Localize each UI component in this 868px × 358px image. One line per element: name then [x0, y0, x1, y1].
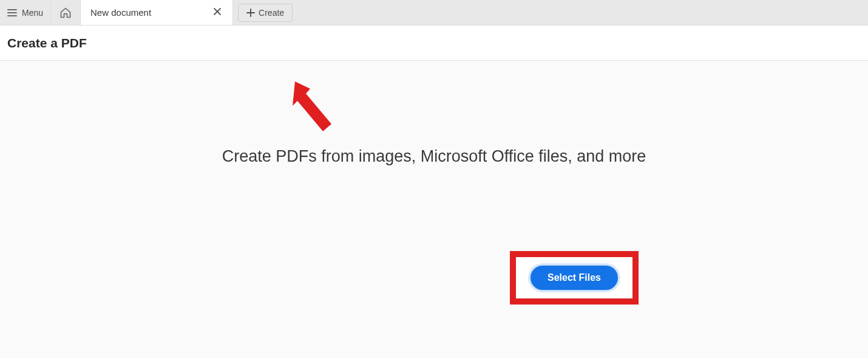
hero-text: Create PDFs from images, Microsoft Offic… — [0, 147, 868, 166]
home-icon — [59, 7, 72, 19]
menu-button[interactable]: Menu — [0, 0, 51, 25]
home-button[interactable] — [51, 0, 81, 25]
tab-label: New document — [90, 7, 151, 18]
close-icon[interactable] — [212, 5, 223, 20]
top-bar: Menu New document Create — [0, 0, 868, 26]
sub-header: Create a PDF — [0, 26, 868, 61]
menu-label: Menu — [22, 8, 43, 18]
plus-icon — [246, 9, 255, 17]
create-button[interactable]: Create — [238, 4, 293, 22]
svg-marker-4 — [293, 81, 331, 131]
select-files-button[interactable]: Select Files — [529, 264, 619, 291]
tab-new-document[interactable]: New document — [81, 0, 233, 25]
content-area: Create PDFs from images, Microsoft Offic… — [0, 61, 868, 358]
page-title: Create a PDF — [7, 36, 87, 50]
create-label: Create — [259, 8, 284, 18]
select-files-highlight: Select Files — [510, 251, 639, 305]
annotation-arrow — [289, 81, 344, 142]
hamburger-icon — [7, 9, 17, 16]
